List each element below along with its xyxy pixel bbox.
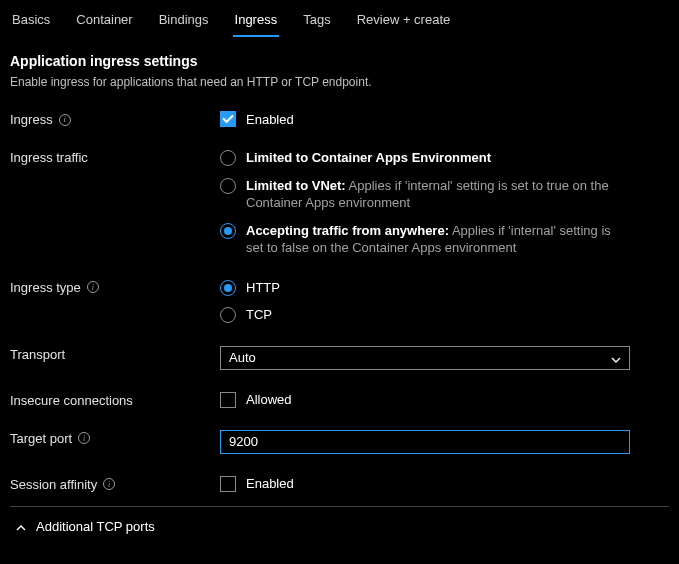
radio-traffic-limited-vnet-title: Limited to VNet: (246, 178, 346, 193)
tab-ingress[interactable]: Ingress (233, 8, 280, 37)
expander-label: Additional TCP ports (36, 519, 155, 534)
tab-basics[interactable]: Basics (10, 8, 52, 37)
row-target-port: Target port i (10, 430, 669, 454)
checkbox-insecure-label: Allowed (246, 392, 292, 407)
info-icon[interactable]: i (78, 432, 90, 444)
label-session-affinity: Session affinity i (10, 476, 220, 492)
label-transport: Transport (10, 346, 220, 362)
row-transport: Transport Auto (10, 346, 669, 370)
radio-ingress-type-http[interactable] (220, 280, 236, 296)
checkbox-ingress-enabled[interactable] (220, 111, 236, 127)
radio-ingress-type-tcp[interactable] (220, 307, 236, 323)
expander-additional-tcp-ports[interactable]: Additional TCP ports (10, 513, 669, 540)
label-transport-text: Transport (10, 347, 65, 362)
tab-review-create[interactable]: Review + create (355, 8, 453, 37)
label-ingress: Ingress i (10, 111, 220, 127)
checkbox-insecure[interactable] (220, 392, 236, 408)
checkbox-session-affinity[interactable] (220, 476, 236, 492)
select-transport[interactable]: Auto (220, 346, 630, 370)
label-session-affinity-text: Session affinity (10, 477, 97, 492)
input-target-port[interactable] (220, 430, 630, 454)
radio-ingress-type-tcp-label: TCP (246, 306, 272, 324)
label-ingress-type: Ingress type i (10, 279, 220, 295)
tab-bindings[interactable]: Bindings (157, 8, 211, 37)
chevron-down-icon (611, 353, 621, 363)
row-session-affinity: Session affinity i Enabled (10, 476, 669, 492)
info-icon[interactable]: i (59, 114, 71, 126)
label-ingress-traffic-text: Ingress traffic (10, 150, 88, 165)
divider (10, 506, 669, 507)
row-ingress-type: Ingress type i HTTP TCP (10, 279, 669, 342)
form-content: Application ingress settings Enable ingr… (0, 37, 679, 550)
label-target-port: Target port i (10, 430, 220, 446)
wizard-tabs: Basics Container Bindings Ingress Tags R… (0, 0, 679, 37)
section-title: Application ingress settings (10, 53, 669, 69)
radio-traffic-limited-vnet[interactable] (220, 178, 236, 194)
label-target-port-text: Target port (10, 431, 72, 446)
row-insecure: Insecure connections Allowed (10, 392, 669, 408)
radio-traffic-limited-env-label: Limited to Container Apps Environment (246, 150, 491, 165)
radio-traffic-anywhere[interactable] (220, 223, 236, 239)
row-ingress: Ingress i Enabled (10, 111, 669, 127)
label-ingress-text: Ingress (10, 112, 53, 127)
label-ingress-type-text: Ingress type (10, 280, 81, 295)
tab-container[interactable]: Container (74, 8, 134, 37)
row-ingress-traffic: Ingress traffic Limited to Container App… (10, 149, 669, 275)
label-insecure-text: Insecure connections (10, 393, 133, 408)
radio-traffic-anywhere-title: Accepting traffic from anywhere: (246, 223, 449, 238)
tab-tags[interactable]: Tags (301, 8, 332, 37)
section-desc: Enable ingress for applications that nee… (10, 75, 669, 89)
checkbox-ingress-enabled-label: Enabled (246, 112, 294, 127)
chevron-up-icon (16, 521, 26, 531)
select-transport-value: Auto (229, 350, 256, 365)
label-insecure: Insecure connections (10, 392, 220, 408)
info-icon[interactable]: i (103, 478, 115, 490)
radio-traffic-limited-env[interactable] (220, 150, 236, 166)
info-icon[interactable]: i (87, 281, 99, 293)
label-ingress-traffic: Ingress traffic (10, 149, 220, 165)
radio-ingress-type-http-label: HTTP (246, 279, 280, 297)
checkbox-session-affinity-label: Enabled (246, 476, 294, 491)
